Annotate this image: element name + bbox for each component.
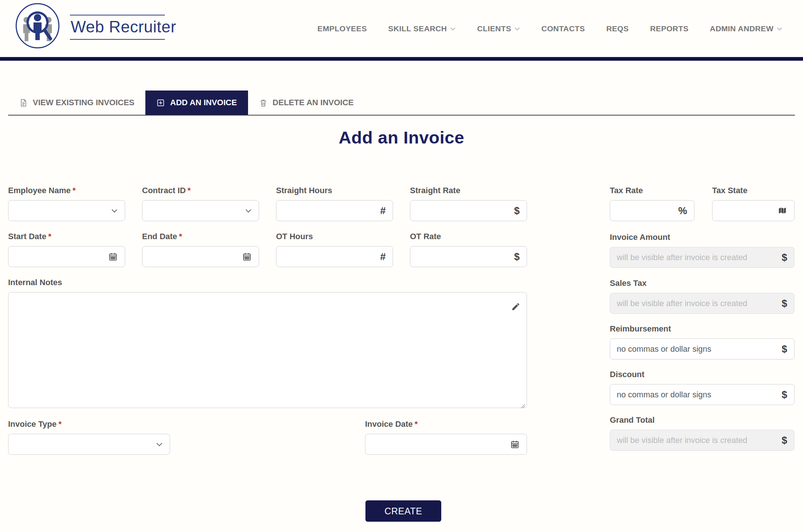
logo-rule-top	[70, 15, 165, 15]
invoice-tabs: VIEW EXISTING INVOICES ADD AN INVOICE DE…	[8, 91, 795, 116]
nav-label: CONTACTS	[541, 24, 585, 33]
field-label: Tax Rate	[610, 186, 643, 195]
document-icon	[19, 99, 28, 107]
field-employee-name: Employee Name*	[8, 186, 125, 221]
nav-item-admin-user-menu[interactable]: ADMIN ANDREW	[710, 24, 782, 33]
discount-input[interactable]	[610, 384, 795, 405]
nav-label: EMPLOYEES	[318, 24, 367, 33]
required-asterisk: *	[188, 186, 191, 195]
ot-rate-input[interactable]	[410, 246, 527, 267]
straight-rate-input[interactable]	[410, 200, 527, 221]
required-asterisk: *	[48, 232, 52, 241]
required-asterisk: *	[415, 419, 418, 429]
field-tax-rate: Tax Rate %	[610, 186, 694, 221]
tax-state-input[interactable]	[712, 200, 795, 221]
field-label: Contract ID	[142, 186, 186, 195]
contract-id-select[interactable]	[142, 200, 259, 221]
start-date-input[interactable]	[8, 246, 125, 267]
tab-label: ADD AN INVOICE	[170, 98, 237, 107]
field-discount: Discount $	[610, 370, 795, 405]
field-contract-id: Contract ID*	[142, 186, 259, 221]
trash-icon	[259, 99, 268, 107]
tab-view-existing-invoices[interactable]: VIEW EXISTING INVOICES	[8, 91, 145, 115]
tab-delete-an-invoice[interactable]: DELETE AN INVOICE	[248, 91, 365, 115]
field-grand-total: Grand Total $	[610, 415, 795, 451]
field-tax-state: Tax State	[712, 186, 795, 221]
tab-add-an-invoice[interactable]: ADD AN INVOICE	[145, 91, 248, 115]
required-asterisk: *	[179, 232, 182, 241]
nav-label: ADMIN ANDREW	[710, 24, 774, 33]
nav-item-reqs[interactable]: REQS	[606, 24, 629, 33]
app-header: Web Recruiter EMPLOYEES SKILL SEARCH CLI…	[0, 0, 803, 57]
field-internal-notes: Internal Notes	[8, 278, 527, 408]
field-label: Sales Tax	[610, 279, 647, 288]
brand-logo[interactable]: Web Recruiter	[15, 2, 169, 50]
employee-name-select[interactable]	[8, 200, 125, 221]
plus-square-icon	[156, 99, 165, 107]
resize-handle-icon[interactable]	[520, 403, 525, 410]
field-label: Employee Name	[8, 186, 71, 195]
page-title: Add an Invoice	[0, 127, 803, 148]
field-invoice-type: Invoice Type*	[8, 419, 170, 455]
field-label: Invoice Type	[8, 419, 57, 429]
field-label: Reimbursement	[610, 324, 671, 333]
invoice-amount-input	[610, 247, 795, 268]
field-label: End Date	[142, 232, 177, 241]
nav-item-clients[interactable]: CLIENTS	[477, 24, 520, 33]
logo-rule-bottom	[70, 39, 165, 40]
field-invoice-date: Invoice Date*	[365, 419, 527, 455]
chevron-down-icon	[514, 27, 520, 31]
header-divider-bar	[0, 57, 803, 61]
field-invoice-amount: Invoice Amount $	[610, 233, 795, 268]
create-button[interactable]: CREATE	[365, 500, 441, 522]
field-ot-rate: OT Rate $	[410, 232, 527, 267]
nav-item-reports[interactable]: REPORTS	[650, 24, 689, 33]
field-label: Grand Total	[610, 415, 655, 425]
brand-name: Web Recruiter	[71, 18, 176, 36]
end-date-input[interactable]	[142, 246, 259, 267]
field-end-date: End Date*	[142, 232, 259, 267]
field-reimbursement: Reimbursement $	[610, 324, 795, 359]
invoice-type-select[interactable]	[8, 434, 170, 455]
nav-label: REPORTS	[650, 24, 689, 33]
ot-hours-input[interactable]	[276, 246, 393, 267]
required-asterisk: *	[59, 419, 62, 429]
tab-label: DELETE AN INVOICE	[273, 98, 354, 107]
sales-tax-input	[610, 293, 795, 314]
tax-rate-input[interactable]	[610, 200, 694, 221]
field-label: OT Rate	[410, 232, 441, 241]
field-sales-tax: Sales Tax $	[610, 279, 795, 314]
field-label: Discount	[610, 370, 644, 379]
field-label: Invoice Date	[365, 419, 413, 429]
straight-hours-input[interactable]	[276, 200, 393, 221]
internal-notes-textarea[interactable]	[8, 292, 527, 408]
main-nav: EMPLOYEES SKILL SEARCH CLIENTS CONTACTS …	[318, 0, 782, 57]
field-label: Internal Notes	[8, 278, 62, 287]
nav-item-contacts[interactable]: CONTACTS	[541, 24, 585, 33]
required-asterisk: *	[72, 186, 76, 195]
field-start-date: Start Date*	[8, 232, 125, 267]
field-label: Tax State	[712, 186, 747, 195]
field-straight-rate: Straight Rate $	[410, 186, 527, 221]
nav-item-skill-search[interactable]: SKILL SEARCH	[388, 24, 456, 33]
field-straight-hours: Straight Hours #	[276, 186, 393, 221]
chevron-down-icon	[450, 27, 456, 31]
grand-total-input	[610, 430, 795, 451]
invoice-date-input[interactable]	[365, 434, 527, 455]
field-label: Invoice Amount	[610, 233, 670, 242]
field-label: Straight Hours	[276, 186, 332, 195]
nav-label: REQS	[606, 24, 629, 33]
field-ot-hours: OT Hours #	[276, 232, 393, 267]
nav-label: SKILL SEARCH	[388, 24, 447, 33]
field-label: Start Date	[8, 232, 46, 241]
add-invoice-page: Web Recruiter EMPLOYEES SKILL SEARCH CLI…	[0, 0, 803, 532]
nav-label: CLIENTS	[477, 24, 511, 33]
field-label: Straight Rate	[410, 186, 460, 195]
reimbursement-input[interactable]	[610, 338, 795, 359]
chevron-down-icon	[777, 27, 782, 31]
nav-item-employees[interactable]: EMPLOYEES	[318, 24, 367, 33]
tab-label: VIEW EXISTING INVOICES	[33, 98, 134, 107]
field-label: OT Hours	[276, 232, 313, 241]
recruiter-magnifier-icon	[15, 2, 61, 52]
